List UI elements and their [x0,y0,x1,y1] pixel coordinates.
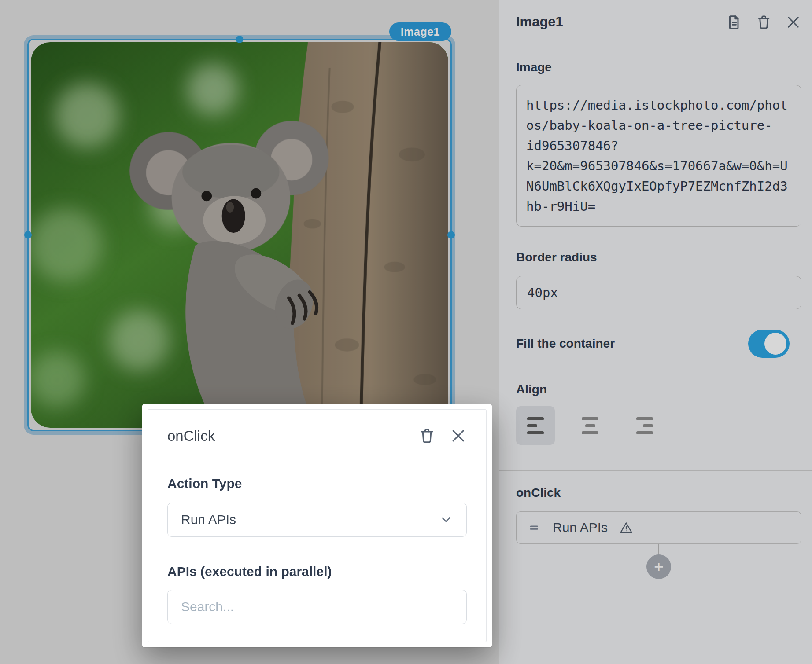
delete-action-trash-icon[interactable] [418,427,436,444]
api-search-input[interactable] [167,590,467,624]
chevron-down-icon [439,513,453,527]
onclick-modal-content: onClick Action Type Run APIs [148,409,487,642]
trash-icon-glyph [418,427,436,444]
close-icon-glyph [450,427,467,444]
action-type-value: Run APIs [181,512,236,527]
modal-header: onClick [167,427,467,444]
onclick-modal: onClick Action Type Run APIs [142,404,492,647]
action-type-select[interactable]: Run APIs [167,503,467,537]
apis-label: APIs (executed in parallel) [167,564,467,579]
action-type-label: Action Type [167,476,467,491]
modal-title: onClick [167,428,215,444]
close-modal-icon[interactable] [450,427,467,444]
